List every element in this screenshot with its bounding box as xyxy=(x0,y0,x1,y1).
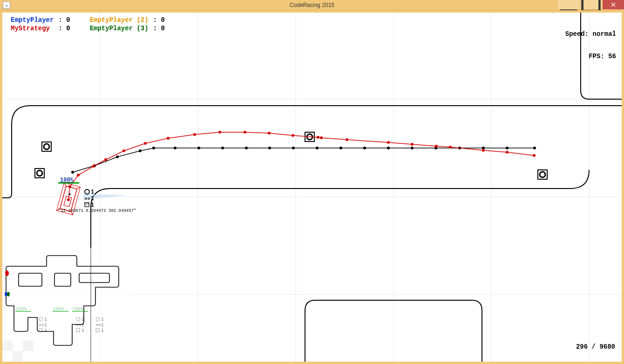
svg-rect-82 xyxy=(19,273,42,286)
svg-text:»»: »» xyxy=(84,196,90,202)
fps-value: 56 xyxy=(608,53,616,60)
player3-score: 0 xyxy=(161,16,164,24)
tick-total: 9680 xyxy=(599,343,615,351)
fps-label: FPS: xyxy=(589,53,604,60)
svg-point-87 xyxy=(39,317,43,321)
svg-point-36 xyxy=(411,147,414,149)
svg-text:1: 1 xyxy=(44,328,47,333)
svg-point-54 xyxy=(292,134,294,137)
car-nitro-count: 1 xyxy=(91,195,94,202)
svg-text:1: 1 xyxy=(101,317,104,322)
svg-point-34 xyxy=(363,147,366,149)
speed-value: normal xyxy=(593,30,616,38)
svg-point-48 xyxy=(144,142,147,145)
svg-point-30 xyxy=(268,147,271,149)
svg-point-103 xyxy=(96,317,100,321)
svg-point-52 xyxy=(244,131,246,134)
svg-point-35 xyxy=(387,147,390,149)
player4-name: EmptyPlayer (3) xyxy=(90,25,149,32)
svg-point-31 xyxy=(292,147,295,149)
car-oil-count: 1 xyxy=(91,202,94,209)
window-controls xyxy=(557,0,624,10)
svg-rect-99 xyxy=(76,329,80,332)
maximize-button[interactable] xyxy=(580,0,602,9)
svg-text:»»: »» xyxy=(39,323,44,328)
svg-point-59 xyxy=(411,143,414,146)
svg-point-55 xyxy=(317,136,319,139)
svg-rect-1 xyxy=(583,0,600,11)
svg-text:»»: »» xyxy=(95,323,101,328)
car-debug-text: "12.293671 0.294672 382.949457" xyxy=(58,209,136,213)
svg-text:1: 1 xyxy=(44,317,47,322)
svg-point-49 xyxy=(167,137,170,140)
svg-rect-83 xyxy=(54,273,71,286)
svg-text:100%: 100% xyxy=(72,307,83,312)
svg-point-26 xyxy=(174,147,176,149)
hud-scoreboard: EmptyPlayer : 0 EmptyPlayer (2) : 0 MySt… xyxy=(8,15,168,75)
svg-point-28 xyxy=(221,147,224,149)
svg-point-42 xyxy=(67,198,70,201)
minimap-marker-green xyxy=(7,292,10,297)
svg-point-57 xyxy=(346,138,348,141)
svg-rect-77 xyxy=(85,202,89,207)
window-titlebar: ☕ CodeRacing 2015 xyxy=(0,0,624,10)
svg-rect-66 xyxy=(64,196,72,207)
hud: EmptyPlayer : 0 EmptyPlayer (2) : 0 MySt… xyxy=(8,15,616,75)
game-frame: 100% 1 »» 1 1 "12.293671 0.294672 382.94… xyxy=(0,10,624,364)
player2-name: MyStrategy xyxy=(11,25,50,32)
svg-rect-80 xyxy=(13,351,23,361)
svg-text:1: 1 xyxy=(44,323,47,328)
svg-text:»»: »» xyxy=(76,323,81,328)
svg-point-50 xyxy=(193,133,196,136)
svg-rect-107 xyxy=(96,329,99,332)
speed-label: Speed: xyxy=(565,30,589,38)
minimap[interactable]: 100% 1 »»1 1 100% 1 »»1 1 100% 1 »»1 xyxy=(2,248,130,362)
svg-text:1: 1 xyxy=(101,328,104,333)
svg-point-95 xyxy=(76,317,80,321)
svg-rect-79 xyxy=(2,341,13,351)
svg-point-45 xyxy=(92,165,95,168)
svg-point-63 xyxy=(506,151,509,154)
svg-point-61 xyxy=(449,146,452,148)
tick-counter: 296 / 9680 xyxy=(560,336,615,358)
car-tire-count: 1 xyxy=(91,189,94,195)
minimap-marker-red xyxy=(5,270,9,276)
minimize-button[interactable] xyxy=(558,0,579,9)
minimap-car-huds: 100% 1 »»1 1 100% 1 »»1 1 100% 1 »»1 xyxy=(15,307,104,333)
svg-point-60 xyxy=(435,145,438,148)
svg-text:1: 1 xyxy=(81,323,84,328)
player4-score: 0 xyxy=(161,25,164,32)
red-path xyxy=(67,131,536,201)
svg-text:100%: 100% xyxy=(15,307,27,312)
svg-point-44 xyxy=(77,174,80,176)
hud-status: Speed: normal FPS: 56 xyxy=(565,15,616,75)
svg-point-24 xyxy=(139,149,142,152)
svg-point-75 xyxy=(85,189,89,194)
player2-score: 0 xyxy=(66,25,70,32)
svg-text:1: 1 xyxy=(101,323,104,328)
svg-point-58 xyxy=(387,141,390,144)
svg-point-41 xyxy=(533,147,536,149)
player3-name: EmptyPlayer (2) xyxy=(90,16,149,24)
svg-point-51 xyxy=(218,131,221,134)
svg-text:100%: 100% xyxy=(53,307,64,312)
svg-point-47 xyxy=(122,149,125,152)
svg-text:1: 1 xyxy=(81,317,84,322)
svg-rect-84 xyxy=(79,273,109,283)
player1-name: EmptyPlayer xyxy=(11,16,54,24)
close-button[interactable] xyxy=(603,0,624,9)
svg-point-25 xyxy=(152,147,155,149)
svg-point-53 xyxy=(268,132,271,135)
svg-text:1: 1 xyxy=(81,328,84,333)
bonus-tiles xyxy=(35,132,547,179)
svg-point-27 xyxy=(197,147,200,149)
java-icon: ☕ xyxy=(3,1,10,9)
window-title: CodeRacing 2015 xyxy=(0,2,624,8)
svg-point-29 xyxy=(245,147,248,149)
svg-point-23 xyxy=(116,155,119,158)
svg-rect-81 xyxy=(23,341,33,351)
svg-point-32 xyxy=(316,147,319,149)
svg-point-21 xyxy=(71,171,74,174)
player1-score: 0 xyxy=(66,16,70,24)
svg-point-62 xyxy=(482,149,485,152)
